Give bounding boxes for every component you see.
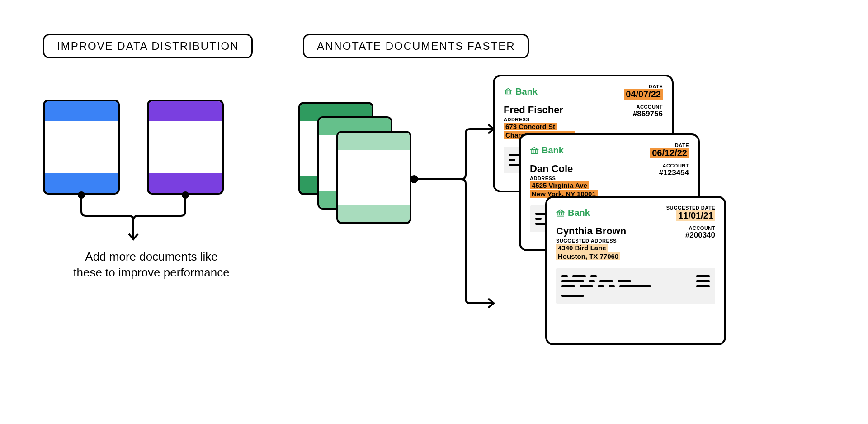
date-block: DATE 06/12/22 [650, 143, 689, 158]
date-value: 06/12/22 [650, 148, 689, 158]
bank-icon [556, 209, 565, 218]
doc-card-purple [147, 100, 224, 195]
title-improve-distribution: IMPROVE DATA DISTRIBUTION [43, 34, 253, 58]
caption-line: Add more documents like [85, 250, 217, 263]
address-line: 673 Concord St [504, 123, 557, 130]
bank-logo: Bank [530, 145, 564, 156]
caption-line: these to improve performance [73, 266, 229, 279]
account-label: ACCOUNT [659, 163, 689, 168]
date-label: DATE [624, 84, 663, 89]
date-label: DATE [650, 143, 689, 148]
account-value: #123454 [659, 168, 689, 177]
green-doc [336, 131, 411, 224]
customer-name: Cynthia Brown [556, 225, 626, 237]
bank-logo: Bank [556, 208, 590, 218]
doc-band [45, 173, 118, 193]
green-document-stack [298, 102, 425, 229]
diagram-container: IMPROVE DATA DISTRIBUTION ANNOTATE DOCUM… [0, 0, 868, 424]
account-block: ACCOUNT #869756 [633, 104, 663, 119]
account-block: ACCOUNT #123454 [659, 163, 689, 177]
date-value: 04/07/22 [624, 89, 663, 100]
doc-card-blue [43, 100, 120, 195]
bank-card-stack: Bank DATE 04/07/22 Fred Fischer ADDRESS … [493, 75, 746, 355]
date-label: SUGGESTED DATE [666, 205, 715, 210]
address-line: 4340 Bird Lane [556, 244, 608, 252]
doc-body [338, 150, 410, 205]
account-block: ACCOUNT #200340 [685, 225, 715, 240]
bank-label: Bank [568, 208, 590, 218]
document-pair [43, 100, 260, 195]
bank-icon [504, 87, 513, 96]
doc-body [45, 121, 118, 173]
account-value: #200340 [685, 231, 715, 239]
doc-band [45, 101, 118, 121]
bank-logo: Bank [504, 86, 538, 97]
address-label: ADDRESS [504, 117, 575, 122]
doc-band [149, 173, 222, 193]
address-line: 4525 Virginia Ave [530, 181, 589, 189]
account-label: ACCOUNT [685, 225, 715, 231]
date-value: 11/01/21 [676, 210, 715, 221]
address-label: ADDRESS [530, 176, 598, 181]
customer-name: Fred Fischer [504, 104, 575, 116]
doc-body [149, 121, 222, 173]
date-block: SUGGESTED DATE 11/01/21 [666, 205, 715, 221]
account-value: #869756 [633, 110, 663, 118]
doc-band [338, 133, 410, 150]
account-label: ACCOUNT [633, 104, 663, 110]
title-annotate-faster: ANNOTATE DOCUMENTS FASTER [303, 34, 529, 58]
merge-arrow-icon [43, 192, 233, 247]
address-label: SUGGESTED ADDRESS [556, 238, 626, 243]
left-section: Add more documents like these to improve… [43, 100, 260, 281]
doc-band [149, 101, 222, 121]
left-caption: Add more documents like these to improve… [43, 249, 260, 281]
bank-label: Bank [542, 145, 564, 156]
redacted-block [556, 268, 715, 304]
bank-card: Bank SUGGESTED DATE 11/01/21 Cynthia Bro… [545, 196, 726, 345]
bank-icon [530, 146, 539, 155]
address-line: Houston, TX 77060 [556, 252, 620, 260]
customer-name: Dan Cole [530, 163, 598, 175]
date-block: DATE 04/07/22 [624, 84, 663, 100]
doc-band [338, 205, 410, 222]
bank-label: Bank [515, 86, 538, 97]
